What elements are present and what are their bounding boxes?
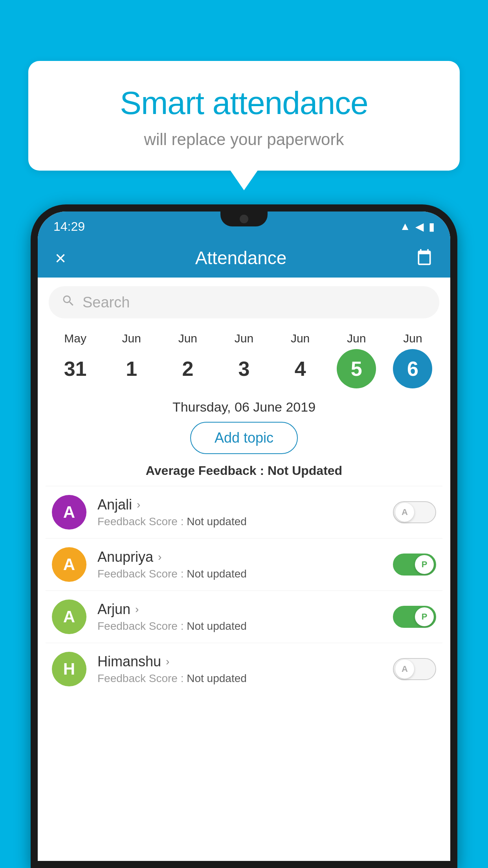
student-item: AAnupriya›Feedback Score : Not updatedP	[46, 538, 442, 590]
student-name[interactable]: Anupriya›	[97, 549, 393, 565]
toggle-thumb: A	[395, 503, 414, 522]
student-name-text: Anupriya	[97, 549, 153, 565]
day-number[interactable]: 3	[224, 349, 264, 388]
student-name[interactable]: Anjali›	[97, 497, 393, 513]
avg-feedback-label: Average Feedback :	[146, 463, 268, 478]
feedback-value: Not updated	[187, 620, 247, 632]
day-number[interactable]: 2	[168, 349, 207, 388]
phone-notch	[220, 211, 268, 226]
date-strip: May31Jun1Jun2Jun3Jun4Jun5Jun6	[38, 327, 450, 388]
add-topic-button[interactable]: Add topic	[190, 422, 298, 454]
avatar: A	[52, 495, 86, 530]
status-icons: ▲ ◀ ▮	[400, 220, 435, 233]
chevron-right-icon: ›	[135, 603, 139, 616]
student-name-text: Anjali	[97, 497, 132, 513]
attendance-toggle[interactable]: A	[393, 501, 436, 523]
chevron-right-icon: ›	[166, 655, 169, 668]
avg-feedback: Average Feedback : Not Updated	[38, 463, 450, 486]
search-icon	[61, 294, 75, 311]
student-list: AAnjali›Feedback Score : Not updatedAAAn…	[38, 486, 450, 695]
feedback-score: Feedback Score : Not updated	[97, 568, 393, 580]
toggle-thumb: P	[415, 607, 434, 626]
signal-icon: ◀	[415, 220, 424, 233]
day-number[interactable]: 31	[56, 349, 95, 388]
avatar: A	[52, 600, 86, 634]
date-item[interactable]: Jun2	[164, 332, 211, 388]
calendar-icon[interactable]	[416, 248, 433, 267]
background: Smart attendance will replace your paper…	[0, 0, 488, 868]
header-title: Attendance	[195, 247, 287, 268]
day-number[interactable]: 1	[112, 349, 151, 388]
feedback-score: Feedback Score : Not updated	[97, 672, 393, 685]
close-button[interactable]: ×	[55, 247, 66, 269]
student-name-text: Himanshu	[97, 653, 161, 670]
search-input-placeholder: Search	[83, 294, 130, 311]
toggle-thumb: P	[415, 555, 434, 574]
phone-inner: 14:29 ▲ ◀ ▮ × Attendance	[38, 211, 450, 861]
student-item: HHimanshu›Feedback Score : Not updatedA	[46, 643, 442, 695]
feedback-score: Feedback Score : Not updated	[97, 620, 393, 633]
date-item[interactable]: May31	[52, 332, 99, 388]
selected-date-label: Thursday, 06 June 2019	[38, 388, 450, 422]
attendance-toggle[interactable]: P	[393, 554, 436, 576]
month-label: Jun	[403, 332, 422, 345]
wifi-icon: ▲	[400, 220, 411, 233]
battery-icon: ▮	[429, 220, 435, 233]
date-item[interactable]: Jun5	[333, 332, 380, 388]
date-item[interactable]: Jun3	[220, 332, 268, 388]
student-name[interactable]: Himanshu›	[97, 653, 393, 670]
student-name[interactable]: Arjun›	[97, 601, 393, 618]
student-info: Himanshu›Feedback Score : Not updated	[97, 653, 393, 685]
speech-bubble: Smart attendance will replace your paper…	[28, 61, 460, 171]
month-label: Jun	[178, 332, 197, 345]
attendance-toggle[interactable]: A	[393, 658, 436, 680]
student-name-text: Arjun	[97, 601, 130, 618]
date-item[interactable]: Jun4	[277, 332, 324, 388]
day-number[interactable]: 4	[281, 349, 320, 388]
status-time: 14:29	[53, 219, 85, 234]
month-label: Jun	[347, 332, 366, 345]
attendance-toggle[interactable]: P	[393, 606, 436, 628]
month-label: Jun	[122, 332, 141, 345]
student-info: Anupriya›Feedback Score : Not updated	[97, 549, 393, 580]
day-number[interactable]: 5	[337, 349, 376, 388]
chevron-right-icon: ›	[137, 498, 140, 511]
camera-dot	[240, 215, 248, 223]
feedback-value: Not updated	[187, 672, 247, 684]
chevron-right-icon: ›	[158, 551, 161, 563]
feedback-value: Not updated	[187, 515, 247, 528]
avatar: A	[52, 547, 86, 582]
student-info: Anjali›Feedback Score : Not updated	[97, 497, 393, 528]
date-item[interactable]: Jun1	[108, 332, 155, 388]
phone-frame: 14:29 ▲ ◀ ▮ × Attendance	[31, 204, 457, 868]
feedback-score: Feedback Score : Not updated	[97, 515, 393, 528]
month-label: Jun	[235, 332, 253, 345]
avatar: H	[52, 652, 86, 686]
avg-feedback-value: Not Updated	[268, 463, 342, 478]
toggle-thumb: A	[395, 660, 414, 679]
bubble-title: Smart attendance	[48, 85, 440, 121]
month-label: May	[64, 332, 86, 345]
speech-bubble-container: Smart attendance will replace your paper…	[28, 61, 460, 171]
student-item: AArjun›Feedback Score : Not updatedP	[46, 590, 442, 643]
feedback-value: Not updated	[187, 568, 247, 580]
app-header: × Attendance	[38, 238, 450, 278]
student-item: AAnjali›Feedback Score : Not updatedA	[46, 486, 442, 538]
month-label: Jun	[291, 332, 310, 345]
search-bar[interactable]: Search	[49, 286, 439, 318]
bubble-subtitle: will replace your paperwork	[48, 130, 440, 149]
date-item[interactable]: Jun6	[389, 332, 436, 388]
day-number[interactable]: 6	[393, 349, 432, 388]
student-info: Arjun›Feedback Score : Not updated	[97, 601, 393, 633]
